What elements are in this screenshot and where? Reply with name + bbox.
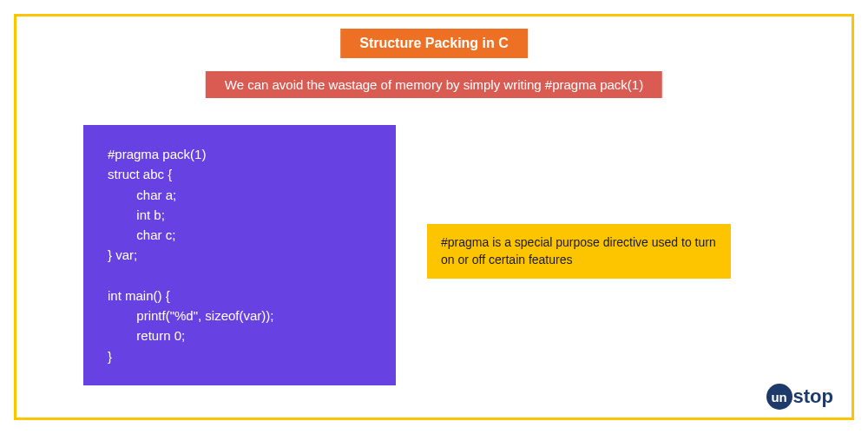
pragma-note: #pragma is a special purpose directive u… [427,224,731,279]
logo-circle: un [766,384,792,410]
logo-text: stop [793,385,833,408]
subtitle-banner: We can avoid the wastage of memory by si… [206,71,662,98]
code-block: #pragma pack(1) struct abc { char a; int… [83,125,396,385]
title-heading: Structure Packing in C [340,29,528,58]
unstop-logo: un stop [766,384,833,410]
